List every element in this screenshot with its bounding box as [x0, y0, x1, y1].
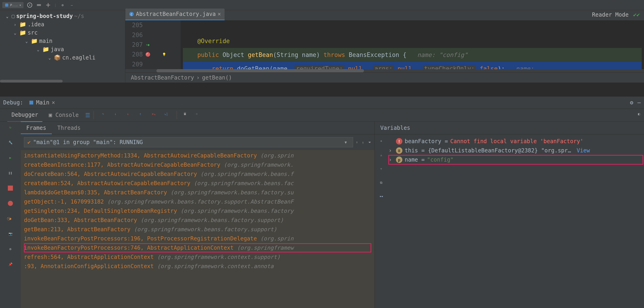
tree-label: cn.eagleli: [62, 54, 96, 61]
bulb-icon[interactable]: 💡: [162, 53, 166, 56]
stop-icon[interactable]: [7, 185, 14, 192]
up-icon[interactable]: ▲: [378, 151, 385, 158]
sidebar-scrollbar[interactable]: [0, 80, 125, 83]
stack-frame[interactable]: instantiateUsingFactoryMethod:1334, Abst…: [24, 151, 371, 160]
tab-debugger[interactable]: Debugger: [7, 108, 42, 122]
stack-frame[interactable]: refresh:564, AbstractApplicationContext …: [24, 252, 371, 262]
debug-run-tab[interactable]: Main ×: [26, 98, 57, 107]
chevron-down-icon[interactable]: ⌄: [25, 39, 30, 44]
tree-label: main: [39, 38, 52, 44]
package-icon: 📦: [54, 54, 61, 61]
resume-icon[interactable]: ▶: [7, 154, 14, 161]
drop-frame-icon[interactable]: ✕↘: [152, 112, 158, 118]
variable-row[interactable]: › ≡ this = {DefaultListableBeanFactory@2…: [388, 146, 643, 155]
stack-frame[interactable]: invokeBeanFactoryPostProcessors:196, Pos…: [24, 234, 371, 243]
add-watch-icon[interactable]: ＋: [378, 138, 385, 145]
tree-item[interactable]: ⌄ 📁 main: [0, 37, 125, 45]
step-out-icon[interactable]: ↑: [139, 112, 145, 118]
glasses-icon[interactable]: 👓: [378, 193, 385, 200]
chevron-down-icon[interactable]: ⌄: [48, 55, 52, 60]
breadcrumb-item[interactable]: AbstractBeanFactory: [131, 75, 194, 81]
filter-icon[interactable]: ⏷: [368, 140, 371, 144]
project-dropdown[interactable]: P... ▾: [2, 2, 24, 8]
project-tree: ⌄ ▢ spring-boot-study ~/s › 📁 .idea ⌄ 📁 …: [0, 10, 125, 83]
rerun-icon[interactable]: ↻: [7, 124, 14, 131]
force-step-into-icon[interactable]: ↓: [127, 112, 133, 118]
stack-frame[interactable]: createBean:524, AbstractAutowireCapableB…: [24, 179, 371, 188]
reader-mode: Reader Mode ✔✔: [588, 9, 644, 20]
stack-frame[interactable]: doCreateBean:564, AbstractAutowireCapabl…: [24, 169, 371, 179]
reader-mode-label[interactable]: Reader Mode: [592, 12, 628, 18]
step-over-icon[interactable]: ↷: [102, 112, 108, 118]
settings-icon[interactable]: ⚙: [7, 245, 14, 252]
gear-icon[interactable]: ⚙: [60, 2, 66, 8]
variable-row[interactable]: ! beanFactory = Cannot find local variab…: [388, 137, 643, 146]
stack-frame[interactable]: lambda$doGetBean$0:335, AbstractBeanFact…: [24, 188, 371, 197]
layout-icon[interactable]: ◧: [638, 112, 644, 118]
target-icon[interactable]: [27, 2, 33, 8]
mute-breakpoints-icon[interactable]: ⃠●: [7, 215, 14, 222]
java-lock-icon: C: [129, 12, 134, 17]
var-value: this = {DefaultListableBeanFactory@2382}…: [405, 147, 571, 154]
tree-item[interactable]: › 📁 .idea: [0, 20, 125, 29]
chevron-down-icon[interactable]: ⌄: [14, 31, 18, 35]
view-link[interactable]: View: [576, 147, 590, 154]
thread-dropdown[interactable]: ✔ "main"@1 in group "main": RUNNING ▾: [24, 137, 353, 147]
minimize-icon[interactable]: —: [69, 2, 75, 8]
chevron-right-icon[interactable]: ›: [388, 157, 394, 163]
stack-frame[interactable]: getObject:-1, 1670993182 (org.springfram…: [24, 197, 371, 206]
tab-console[interactable]: ▣ Console: [45, 109, 83, 122]
variable-row-highlighted[interactable]: › p name = "config": [388, 155, 643, 164]
step-into-icon[interactable]: ↓: [114, 112, 120, 118]
tree-item[interactable]: ⌄ 📁 src: [0, 29, 125, 37]
debug-header: Debug: Main × ⚙ —: [0, 97, 644, 109]
chevron-down-icon[interactable]: ⌄: [37, 47, 41, 52]
trace-icon[interactable]: ≋: [196, 112, 202, 118]
evaluate-icon[interactable]: 🖩: [183, 112, 189, 118]
tree-root[interactable]: ⌄ ▢ spring-boot-study ~/s: [0, 12, 125, 20]
threads-view-icon[interactable]: ☰: [85, 112, 91, 118]
stack-frame[interactable]: :93, AnnotationConfigApplicationContext …: [24, 262, 371, 271]
chevron-right-icon[interactable]: ›: [388, 147, 394, 154]
file-tab[interactable]: C AbstractBeanFactory.java ×: [125, 9, 224, 20]
editor-scrollbar[interactable]: [125, 69, 644, 72]
tree-item[interactable]: ⌄ 📦 cn.eagleli: [0, 54, 125, 62]
override-icon[interactable]: ↑●: [146, 43, 150, 47]
param-icon: p: [396, 157, 402, 163]
modify-run-icon[interactable]: 🔧: [7, 139, 14, 146]
expand-icon[interactable]: [45, 2, 51, 8]
run-to-cursor-icon[interactable]: ↘|: [164, 112, 170, 118]
breakpoint-icon[interactable]: [146, 52, 150, 57]
breadcrumb-item[interactable]: getBean(): [202, 75, 232, 81]
close-icon[interactable]: ×: [218, 11, 221, 17]
gear-icon[interactable]: ⚙: [630, 99, 633, 106]
pause-icon[interactable]: ❚❚: [7, 169, 14, 176]
minimize-icon[interactable]: —: [638, 99, 641, 106]
check-icon[interactable]: ✔✔: [633, 12, 640, 18]
stack-frame[interactable]: getBean:213, AbstractBeanFactory (org.sp…: [24, 225, 371, 234]
variables-list[interactable]: ! beanFactory = Cannot find local variab…: [388, 134, 644, 308]
code-lines[interactable]: @Override public Object getBean(String n…: [180, 20, 644, 69]
frame-list[interactable]: instantiateUsingFactoryMethod:1334, Abst…: [21, 150, 374, 308]
tab-frames[interactable]: Frames: [21, 122, 52, 134]
tree-item[interactable]: ⌄ 📁 java: [0, 45, 125, 54]
chevron-right-icon: ›: [196, 75, 200, 81]
copy-icon[interactable]: ⧉: [378, 179, 385, 186]
collapse-icon[interactable]: [36, 2, 42, 8]
tree-root-path: ~/s: [74, 13, 84, 19]
camera-icon[interactable]: 📷: [7, 230, 14, 237]
frame-down-icon[interactable]: ↓: [362, 140, 364, 144]
stack-frame[interactable]: invokeBeanFactoryPostProcessors:746, Abs…: [24, 243, 371, 252]
code-editor[interactable]: 205 206 207↑● 208💡 209 @Override public …: [125, 20, 644, 69]
close-icon[interactable]: ×: [52, 99, 55, 106]
pin-icon[interactable]: 📌: [7, 261, 14, 268]
stack-frame[interactable]: createBeanInstance:1177, AbstractAutowir…: [24, 160, 371, 169]
frame-up-icon[interactable]: ↑: [356, 140, 358, 144]
down-icon[interactable]: ▼: [378, 165, 385, 172]
view-breakpoints-icon[interactable]: [7, 200, 14, 207]
tab-threads[interactable]: Threads: [52, 122, 86, 134]
chevron-right-icon[interactable]: ›: [14, 22, 18, 27]
chevron-down-icon[interactable]: ⌄: [6, 14, 10, 19]
stack-frame[interactable]: getSingleton:234, DefaultSingletonBeanRe…: [24, 206, 371, 216]
stack-frame[interactable]: doGetBean:333, AbstractBeanFactory (org.…: [24, 216, 371, 225]
